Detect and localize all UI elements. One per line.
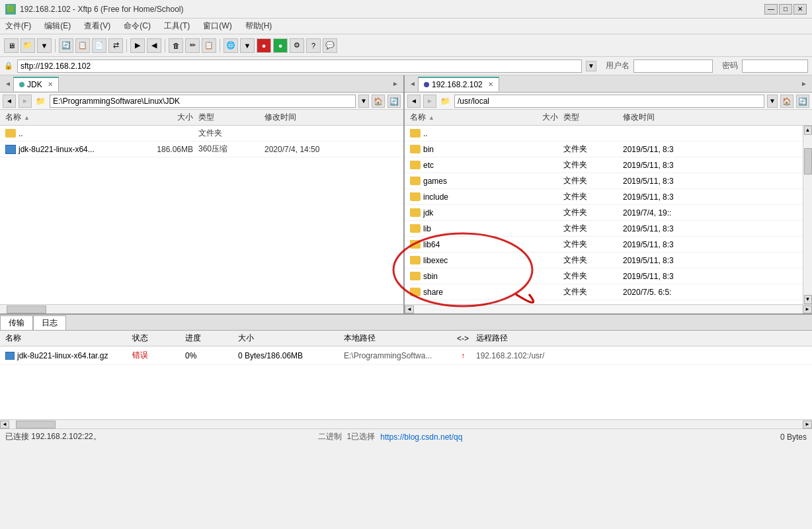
right-file-mod-4: 2019/5/11, 8:3 [623,192,803,202]
hscroll-left[interactable]: ◄ [405,305,414,313]
menu-command[interactable]: 命令(C) [121,19,153,33]
list-item[interactable]: jdk-8u221-linux-x64.tar.gz 错误 0% 0 Bytes… [0,346,812,365]
right-tab-server[interactable]: 192.168.2.102 ✕ [418,77,499,91]
table-row[interactable]: share 文件夹 2020/7/5. 6:5: [405,284,803,300]
right-file-type-7: 文件夹 [563,239,623,250]
left-tab-prev[interactable]: ◄ [3,77,13,91]
menu-help[interactable]: 帮助(H) [243,19,275,33]
right-refresh-button[interactable]: 🔄 [796,95,809,108]
left-path-dropdown[interactable]: ▼ [358,95,369,108]
bottom-hscroll-thumb[interactable] [16,421,56,428]
table-row[interactable]: sbin 文件夹 2019/5/11, 8:3 [405,268,803,284]
bottom-hscroll-left[interactable]: ◄ [0,421,9,428]
right-tab-close[interactable]: ✕ [488,81,493,88]
rename-button[interactable]: ✏ [185,38,200,53]
address-dropdown-button[interactable]: ▼ [586,61,596,71]
vscroll-down[interactable]: ▼ [804,295,812,304]
red-btn[interactable]: ● [257,38,271,53]
table-row[interactable]: .. 文件夹 [0,126,403,142]
toolbar: 🖥 📁 ▼ 🔄 📋 📄 ⇄ ▶ ◀ 🗑 ✏ 📋 🌐 ▼ ● ● ⚙ ? 💬 [0,34,812,57]
right-hscroll[interactable]: ◄ ► [405,304,812,313]
right-path-dropdown[interactable]: ▼ [767,95,778,108]
menu-file[interactable]: 文件(F) [3,19,34,33]
dropdown-button[interactable]: ▼ [37,38,52,53]
password-label: 密码 [722,60,738,71]
left-forward-button[interactable]: ► [19,95,32,108]
right-tab-next[interactable]: ► [799,77,809,91]
table-row[interactable]: lib64 文件夹 2019/5/11, 8:3 [405,237,803,253]
menu-edit[interactable]: 编辑(E) [42,19,73,33]
transfer-header: 名称 状态 进度 大小 本地路径 <-> 远程路径 [0,331,812,346]
folder-icon-r7 [410,240,421,249]
right-file-type-4: 文件夹 [563,191,623,202]
username-label: 用户名 [606,60,629,71]
password-input[interactable] [742,60,808,73]
table-row[interactable]: jdk 文件夹 2019/7/4, 19:: [405,205,803,221]
left-path-input[interactable] [50,95,356,108]
delete-button[interactable]: 🗑 [169,38,183,53]
properties-button[interactable]: 📋 [202,38,216,53]
folder-button[interactable]: 📁 [20,38,35,53]
table-row[interactable]: include 文件夹 2019/5/11, 8:3 [405,189,803,205]
copy-button[interactable]: 📋 [75,38,90,53]
address-input[interactable] [17,60,582,73]
vscroll-thumb[interactable] [804,148,812,175]
settings-button[interactable]: ⚙ [290,38,304,53]
right-col-type: 类型 [563,112,623,123]
right-back-button[interactable]: ◄ [407,95,421,108]
right-file-list: .. bin 文件夹 2019/5/11, 8:3 [405,126,803,304]
new-session-button[interactable]: 🖥 [4,38,19,53]
bottom-hscroll-right[interactable]: ► [803,421,812,428]
folder-icon-0 [5,129,16,138]
maximize-button[interactable]: □ [779,4,792,15]
menu-window[interactable]: 窗口(W) [200,19,234,33]
transfer-tab-log[interactable]: 日志 [33,315,66,330]
transfer-tab-transfer[interactable]: 传输 [0,315,33,330]
upload-button[interactable]: ▶ [130,38,145,53]
table-row[interactable]: libexec 文件夹 2019/5/11, 8:3 [405,253,803,268]
window-title: 192.168.2.102 - Xftp 6 (Free for Home/Sc… [20,5,764,14]
download-button[interactable]: ◀ [147,38,161,53]
right-vscroll-bar[interactable]: ▲ ▼ [803,126,812,304]
left-tab-next[interactable]: ► [390,77,401,91]
help-button[interactable]: ? [306,38,321,53]
username-input[interactable] [633,60,713,73]
left-refresh-button[interactable]: 🔄 [387,95,401,108]
right-folder-icon: 📁 [440,97,450,106]
transfer-col-remote: 远程路径 [476,333,812,344]
green-btn[interactable]: ● [273,38,288,53]
table-row[interactable]: jdk-8u221-linux-x64... 186.06MB 360压缩 20… [0,142,403,157]
table-row[interactable]: .. [405,126,803,142]
globe-button[interactable]: 🌐 [223,38,238,53]
refresh-button[interactable]: 🔄 [59,38,73,53]
left-tab-jdk[interactable]: JDK ✕ [13,77,59,91]
right-file-mod-1: 2019/5/11, 8:3 [623,145,803,154]
table-row[interactable]: bin 文件夹 2019/5/11, 8:3 [405,142,803,157]
menu-tools[interactable]: 工具(T) [161,19,192,33]
globe-dropdown[interactable]: ▼ [240,38,255,53]
vscroll-up[interactable]: ▲ [804,126,812,135]
chat-button[interactable]: 💬 [323,38,337,53]
close-button[interactable]: ✕ [793,4,807,15]
left-back-button[interactable]: ◄ [3,95,16,108]
minimize-button[interactable]: — [764,4,778,15]
table-row[interactable]: lib 文件夹 2019/5/11, 8:3 [405,221,803,237]
transfer-file-icon [5,352,15,360]
table-row[interactable]: etc 文件夹 2019/5/11, 8:3 [405,157,803,173]
left-hscroll-thumb[interactable] [7,305,46,313]
bottom-hscroll[interactable]: ◄ ► [0,419,812,428]
right-path-input[interactable] [454,95,764,108]
table-row[interactable]: games 文件夹 2019/5/11, 8:3 [405,173,803,189]
right-tab-prev[interactable]: ◄ [407,77,418,91]
left-col-size: 大小 [132,112,198,123]
hscroll-right[interactable]: ► [803,305,812,313]
left-home-button[interactable]: 🏠 [372,95,385,108]
right-file-name-7: lib64 [405,240,510,249]
left-tab-close[interactable]: ✕ [48,81,53,88]
left-hscroll[interactable] [0,304,403,313]
right-home-button[interactable]: 🏠 [780,95,793,108]
menu-view[interactable]: 查看(V) [81,19,113,33]
transfer-button[interactable]: ⇄ [108,38,123,53]
right-forward-button[interactable]: ► [423,95,436,108]
paste-button[interactable]: 📄 [92,38,106,53]
